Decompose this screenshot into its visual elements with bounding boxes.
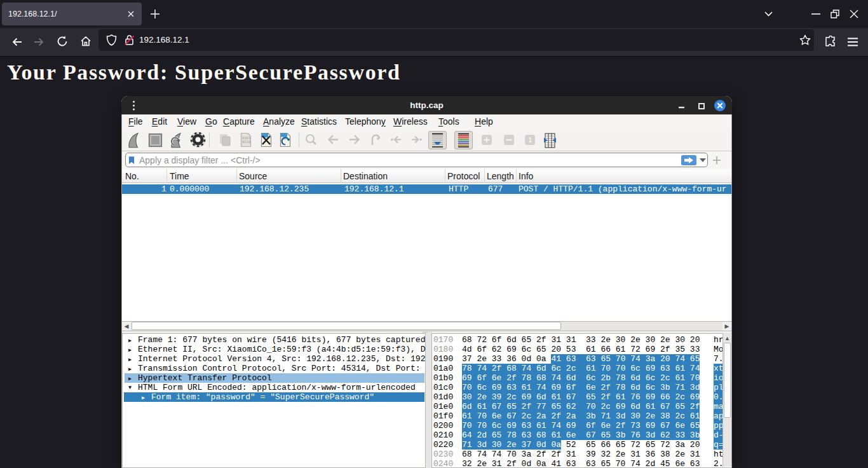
svg-text:0110: 0110 — [242, 140, 250, 144]
svg-text:1: 1 — [528, 136, 532, 144]
